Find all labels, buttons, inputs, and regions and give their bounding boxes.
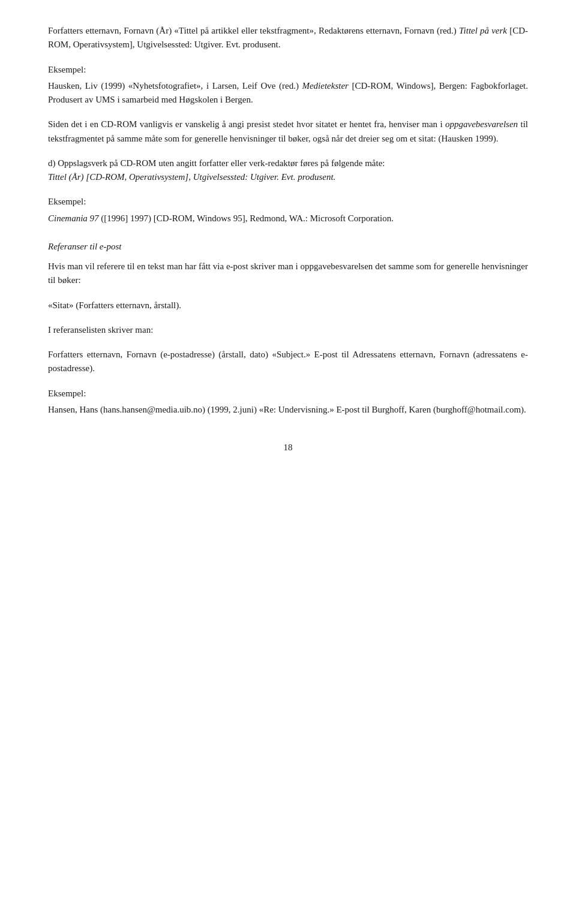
- example3-label: Eksempel:: [48, 387, 528, 401]
- example1-text: Hausken, Liv (1999) «Nyhetsfotografiet»,…: [48, 79, 528, 107]
- p3-normal: d) Oppslagsverk på CD-ROM uten angitt fo…: [48, 158, 385, 182]
- example2-rest: ([1996] 1997) [CD-ROM, Windows 95], Redm…: [99, 213, 394, 223]
- example-block-2: Eksempel: Cinemania 97 ([1996] 1997) [CD…: [48, 195, 528, 225]
- section-heading-email: Referanser til e-post: [48, 240, 528, 254]
- p1-text: Forfatters etternavn, Fornavn (År) «Titt…: [48, 26, 528, 49]
- p2-italic: oppgavebesvarelsen: [445, 119, 518, 129]
- example3-text: Hansen, Hans (hans.hansen@media.uib.no) …: [48, 403, 528, 417]
- example2-italic-text: Cinemania 97: [48, 213, 99, 223]
- example3-label-text: Eksempel:: [48, 389, 86, 398]
- example1-label: Eksempel:: [48, 63, 528, 77]
- paragraph-3: d) Oppslagsverk på CD-ROM uten angitt fo…: [48, 156, 528, 185]
- example1-label-text: Eksempel:: [48, 65, 86, 74]
- example1-italic-text: Medietekster: [302, 81, 348, 91]
- paragraph-7: Forfatters etternavn, Fornavn (e-postadr…: [48, 348, 528, 376]
- paragraph-1: Forfatters etternavn, Fornavn (År) «Titt…: [48, 24, 528, 52]
- page-content: Forfatters etternavn, Fornavn (År) «Titt…: [48, 24, 528, 455]
- example2-text: Cinemania 97 ([1996] 1997) [CD-ROM, Wind…: [48, 212, 528, 225]
- page-number: 18: [48, 441, 528, 455]
- p7-text: Forfatters etternavn, Fornavn (e-postadr…: [48, 350, 528, 373]
- p3-italic: Tittel (År) [CD-ROM, Operativsystem], Ut…: [48, 172, 335, 182]
- section-heading-text: Referanser til e-post: [48, 242, 121, 251]
- example3-main-text: Hansen, Hans (hans.hansen@media.uib.no) …: [48, 405, 526, 414]
- page-number-text: 18: [284, 443, 293, 452]
- paragraph-4: Hvis man vil referere til en tekst man h…: [48, 260, 528, 288]
- paragraph-6: I referanselisten skriver man:: [48, 323, 528, 337]
- example2-label-text: Eksempel:: [48, 197, 86, 206]
- p2-text: Siden det i en CD-ROM vanligvis er vansk…: [48, 119, 528, 143]
- p6-text: I referanselisten skriver man:: [48, 325, 153, 335]
- p1-italic: Tittel på verk: [459, 26, 507, 35]
- example2-label: Eksempel:: [48, 195, 528, 209]
- example1-normal-text: Hausken, Liv (1999) «Nyhetsfotografiet»,…: [48, 81, 302, 91]
- p5-text: «Sitat» (Forfatters etternavn, årstall).: [48, 300, 181, 310]
- example-block-1: Eksempel: Hausken, Liv (1999) «Nyhetsfot…: [48, 63, 528, 107]
- paragraph-5: «Sitat» (Forfatters etternavn, årstall).: [48, 299, 528, 312]
- example-block-3: Eksempel: Hansen, Hans (hans.hansen@medi…: [48, 387, 528, 417]
- paragraph-2: Siden det i en CD-ROM vanligvis er vansk…: [48, 118, 528, 146]
- p4-text: Hvis man vil referere til en tekst man h…: [48, 261, 528, 285]
